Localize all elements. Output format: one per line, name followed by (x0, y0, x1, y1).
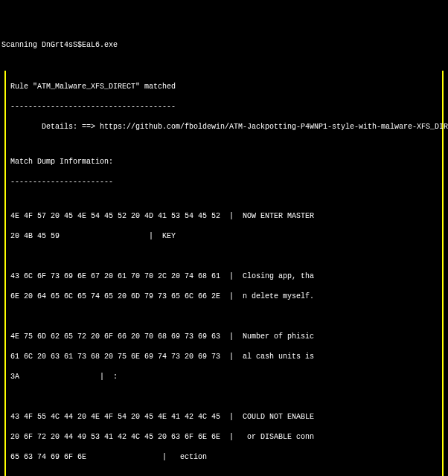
hex-line: 43 4F 55 4C 44 20 4E 4F 54 20 45 4E 41 4… (10, 412, 438, 422)
hex-line: 4E 4F 57 20 45 4E 54 45 52 20 4D 41 53 5… (10, 211, 438, 222)
hex-line: 20 4B 45 59 | KEY (10, 231, 438, 242)
hex-line (10, 472, 438, 476)
hex-line (10, 251, 438, 262)
hex-line: 3A | : (10, 372, 438, 382)
hex-line: 43 6C 6F 73 69 6E 67 20 61 70 70 2C 20 7… (10, 271, 438, 282)
rule-match-box: Rule "ATM_Malware_XFS_DIRECT" matched --… (4, 71, 444, 477)
details-line: Details: ==> https://github.com/fboldewi… (10, 122, 438, 132)
match-header: Match Dump Information: (10, 157, 438, 167)
hex-line: 6E 20 64 65 6C 65 74 65 20 6D 79 73 65 6… (10, 292, 438, 302)
hex-line: 65 63 74 69 6F 6E | ection (10, 452, 438, 463)
hex-line (10, 392, 438, 402)
hex-line: 61 6C 20 63 61 73 68 20 75 6E 69 74 73 2… (10, 352, 438, 362)
rule-dashes: ------------------------------------- (10, 102, 438, 112)
hex-line: 20 6F 72 20 44 49 53 41 42 4C 45 20 63 6… (10, 432, 438, 443)
rule-header: Rule "ATM_Malware_XFS_DIRECT" matched (10, 82, 438, 92)
scanning-line-top: Scanning DnGrt4sS$EaL6.exe (0, 40, 448, 51)
hex-line: 4E 75 6D 62 65 72 20 6F 66 20 70 68 69 7… (10, 332, 438, 342)
match-dashes: ----------------------- (10, 177, 438, 187)
hex-line (10, 312, 438, 322)
